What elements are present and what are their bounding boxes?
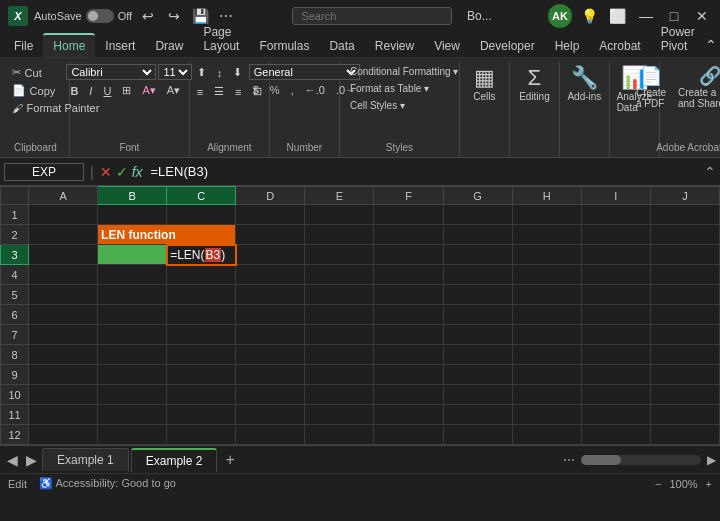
tab-view[interactable]: View (424, 35, 470, 57)
italic-button[interactable]: I (85, 83, 96, 99)
cell-j1[interactable] (650, 205, 719, 225)
row-header-5[interactable]: 5 (1, 285, 29, 305)
tab-insert[interactable]: Insert (95, 35, 145, 57)
cell-a3[interactable] (29, 245, 98, 265)
cell-d3[interactable] (236, 245, 305, 265)
cell-c3[interactable]: =LEN(B3) (167, 245, 236, 265)
comma-button[interactable]: , (287, 82, 298, 98)
cell-h2[interactable] (512, 225, 581, 245)
cell-g1[interactable] (443, 205, 512, 225)
row-header-10[interactable]: 10 (1, 385, 29, 405)
cell-b1[interactable] (98, 205, 167, 225)
cell-j2[interactable] (650, 225, 719, 245)
help-icon[interactable]: 💡 (580, 6, 600, 26)
col-header-a[interactable]: A (29, 187, 98, 205)
align-left-button[interactable]: ≡ (193, 84, 207, 100)
cell-d1[interactable] (236, 205, 305, 225)
border-button[interactable]: ⊞ (118, 82, 135, 99)
col-header-e[interactable]: E (305, 187, 374, 205)
undo-button[interactable]: ↩ (138, 6, 158, 26)
cell-c1[interactable] (167, 205, 236, 225)
row-header-3[interactable]: 3 (1, 245, 29, 265)
collapse-ribbon-button[interactable]: ⌃ (705, 35, 717, 55)
cell-e1[interactable] (305, 205, 374, 225)
scroll-right-button[interactable]: ▶ (707, 453, 716, 467)
tab-formulas[interactable]: Formulas (249, 35, 319, 57)
col-header-h[interactable]: H (512, 187, 581, 205)
add-sheet-button[interactable]: + (219, 451, 240, 469)
cell-g3[interactable] (443, 245, 512, 265)
editing-button[interactable]: Σ Editing (515, 64, 554, 105)
horizontal-scrollbar-track[interactable] (581, 455, 701, 465)
conditional-formatting-button[interactable]: Conditional Formatting ▾ (346, 64, 462, 79)
font-color-button[interactable]: A▾ (163, 82, 184, 99)
col-header-d[interactable]: D (236, 187, 305, 205)
col-header-b[interactable]: B (98, 187, 167, 205)
ribbon-display-icon[interactable]: ⬜ (608, 6, 628, 26)
tab-draw[interactable]: Draw (145, 35, 193, 57)
row-header-1[interactable]: 1 (1, 205, 29, 225)
cell-d2[interactable] (236, 225, 305, 245)
col-header-f[interactable]: F (374, 187, 443, 205)
col-header-j[interactable]: J (650, 187, 719, 205)
row-header-11[interactable]: 11 (1, 405, 29, 425)
autosave-toggle[interactable]: AutoSave Off (34, 9, 132, 23)
underline-button[interactable]: U (99, 83, 115, 99)
row-header-12[interactable]: 12 (1, 425, 29, 445)
horizontal-scrollbar-thumb[interactable] (581, 455, 621, 465)
fx-icon[interactable]: fx (132, 164, 143, 180)
cell-i3[interactable] (581, 245, 650, 265)
row-header-9[interactable]: 9 (1, 365, 29, 385)
redo-button[interactable]: ↪ (164, 6, 184, 26)
addins-button[interactable]: 🔧 Add-ins (563, 64, 605, 105)
cell-f3[interactable] (374, 245, 443, 265)
cell-h1[interactable] (512, 205, 581, 225)
cell-a2[interactable] (29, 225, 98, 245)
tabs-next-button[interactable]: ▶ (23, 452, 40, 468)
tab-help[interactable]: Help (545, 35, 590, 57)
autosave-toggle-switch[interactable] (86, 9, 114, 23)
cell-b2[interactable]: LEN function (98, 225, 236, 245)
percent-button[interactable]: % (266, 82, 284, 98)
row-header-8[interactable]: 8 (1, 345, 29, 365)
cell-b3[interactable] (98, 245, 167, 265)
font-family-select[interactable]: Calibri (66, 64, 156, 80)
tab-home[interactable]: Home (43, 33, 95, 57)
zoom-in-button[interactable]: + (706, 478, 712, 490)
paste-button[interactable]: 📋 Paste (0, 64, 4, 105)
col-header-g[interactable]: G (443, 187, 512, 205)
tab-file[interactable]: File (4, 35, 43, 57)
create-pdf-button[interactable]: 📄 Createa PDF (632, 64, 670, 112)
cell-e2[interactable] (305, 225, 374, 245)
sheet-tab-example2[interactable]: Example 2 (131, 448, 218, 472)
cell-a1[interactable] (29, 205, 98, 225)
tab-developer[interactable]: Developer (470, 35, 545, 57)
align-middle-button[interactable]: ↕ (213, 65, 227, 81)
tab-acrobat[interactable]: Acrobat (589, 35, 650, 57)
align-bottom-button[interactable]: ⬇ (229, 64, 246, 81)
cell-i2[interactable] (581, 225, 650, 245)
cell-i1[interactable] (581, 205, 650, 225)
bold-button[interactable]: B (66, 83, 82, 99)
confirm-icon[interactable]: ✓ (116, 164, 128, 180)
search-input[interactable] (292, 7, 452, 25)
cell-j3[interactable] (650, 245, 719, 265)
font-size-select[interactable]: 11 (158, 64, 192, 80)
tab-data[interactable]: Data (319, 35, 364, 57)
tab-review[interactable]: Review (365, 35, 424, 57)
cell-f1[interactable] (374, 205, 443, 225)
more-sheets-button[interactable]: ⋯ (563, 453, 575, 467)
zoom-out-button[interactable]: − (655, 478, 661, 490)
cell-f2[interactable] (374, 225, 443, 245)
formula-expand-button[interactable]: ⌃ (704, 164, 716, 180)
row-header-7[interactable]: 7 (1, 325, 29, 345)
row-header-2[interactable]: 2 (1, 225, 29, 245)
cell-styles-button[interactable]: Cell Styles ▾ (346, 98, 409, 113)
format-as-table-button[interactable]: Format as Table ▾ (346, 81, 433, 96)
create-share-button[interactable]: 🔗 Create a PDFand Share link (674, 64, 720, 112)
name-box[interactable]: EXP (4, 163, 84, 181)
tab-page-layout[interactable]: Page Layout (193, 21, 249, 57)
row-header-6[interactable]: 6 (1, 305, 29, 325)
row-header-4[interactable]: 4 (1, 265, 29, 285)
align-top-button[interactable]: ⬆ (193, 64, 210, 81)
